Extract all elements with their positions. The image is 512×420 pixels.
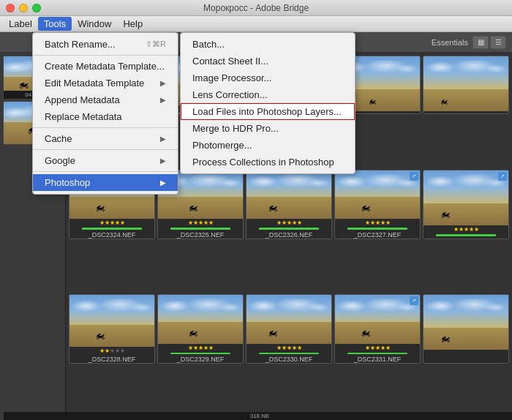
menu-item-photoshop[interactable]: Photoshop ▶ — [33, 174, 178, 191]
thumb-label: _DSC2331.NEF — [335, 355, 420, 363]
close-button[interactable] — [6, 4, 15, 12]
submenu-arrow: ▶ — [160, 157, 166, 165]
table-row[interactable]: 🏍 ★★★★★ _DSC2328.NEF — [69, 294, 155, 364]
green-bar — [259, 228, 318, 230]
grid-view-button[interactable]: ▦ — [473, 36, 489, 49]
ps-menu-item-contact-sheet[interactable]: Contact Sheet II... — [181, 53, 355, 70]
menu-item-edit-metadata[interactable]: Edit Metadata Template ▶ — [33, 75, 178, 91]
table-row[interactable]: 🏍 ↗ ★★★★★ — [423, 170, 509, 239]
menu-item-create-metadata[interactable]: Create Metadata Template... — [33, 58, 178, 75]
menu-tools[interactable]: Tools — [38, 17, 72, 31]
thumb-label: _DSC2329.NEF — [158, 355, 243, 363]
minimize-button[interactable] — [19, 4, 28, 12]
title-bar: Морокросс - Adobe Bridge — [0, 0, 512, 16]
window-controls — [6, 4, 41, 12]
table-row[interactable]: 🏍 — [423, 56, 509, 114]
menu-item-cache[interactable]: Cache ▶ — [33, 130, 178, 147]
divider — [33, 149, 178, 150]
star-rating: ★★★★★ — [69, 219, 154, 227]
thumb-label: _DSC2324.NEF — [69, 230, 154, 239]
ps-menu-item-load-files[interactable]: Load Files into Photoshop Layers... — [181, 103, 355, 120]
submenu-arrow: ▶ — [160, 79, 166, 87]
table-row[interactable]: 🏍 ↗ ★★★★★ _DSC2327.NEF — [334, 170, 421, 239]
table-row[interactable]: 🏍 ↗ ★★★★★ _DSC2331.NEF — [334, 294, 421, 364]
ps-menu-item-process-collections[interactable]: Process Collections in Photoshop — [181, 154, 355, 170]
thumb-label — [423, 350, 508, 351]
green-bar — [347, 353, 407, 355]
list-view-button[interactable]: ☰ — [490, 36, 506, 49]
submenu-arrow: ▶ — [160, 96, 166, 104]
menu-item-google[interactable]: Google ▶ — [33, 152, 178, 169]
badge-icon: ↗ — [410, 172, 418, 181]
ps-menu-item-batch[interactable]: Batch... — [181, 36, 355, 53]
star-rating: ★★★★★ — [335, 344, 420, 352]
ps-menu-item-image-processor[interactable]: Image Processor... — [181, 70, 355, 86]
badge-icon: ↗ — [410, 296, 418, 305]
badge-icon: ↗ — [498, 172, 507, 181]
star-rating: ★★★★★ — [69, 347, 154, 355]
divider — [33, 127, 178, 128]
ps-menu-item-lens-correction[interactable]: Lens Correction... — [181, 86, 355, 103]
divider — [33, 55, 178, 56]
thumb-label: _DSC2325.NEF — [158, 230, 243, 239]
thumb-label — [423, 237, 508, 239]
menu-item-append-metadata[interactable]: Append Metadata ▶ — [33, 91, 178, 108]
star-rating: ★★★★★ — [158, 219, 243, 227]
green-bar — [82, 228, 141, 230]
thumb-label — [423, 111, 508, 113]
tools-menu: Batch Rename... ⇧⌘R Create Metadata Temp… — [32, 32, 178, 195]
star-rating: ★★★★★ — [335, 219, 420, 227]
window-title: Морокросс - Adobe Bridge — [203, 3, 309, 13]
table-row[interactable]: 🏍 ★★★★★ _DSC2326.NEF — [246, 170, 332, 239]
star-rating: ★★★★★ — [423, 225, 508, 233]
green-bar — [259, 353, 318, 355]
ps-menu-item-merge-hdr[interactable]: Merge to HDR Pro... — [181, 120, 355, 137]
table-row[interactable]: 🏍 ★★★★★ _DSC2330.NEF — [246, 294, 332, 364]
menu-help[interactable]: Help — [117, 17, 148, 31]
thumb-label: _DSC2326.NEF — [246, 230, 331, 239]
green-bar — [170, 228, 230, 230]
thumb-label: _DSC2327.NEF — [335, 230, 420, 239]
table-row[interactable]: 🏍 — [423, 294, 509, 364]
menu-item-replace-metadata[interactable]: Replace Metadata — [33, 108, 178, 125]
maximize-button[interactable] — [32, 4, 41, 12]
submenu-arrow: ▶ — [160, 135, 166, 143]
star-rating: ★★★★★ — [158, 344, 243, 352]
divider — [33, 171, 178, 172]
thumb-label: _DSC2330.NEF — [246, 355, 331, 363]
green-bar — [170, 353, 230, 355]
table-row[interactable]: 🏍 ★★★★★ _DSC2329.NEF — [157, 294, 244, 364]
green-bar — [347, 228, 407, 230]
essentials-label: Essentials — [432, 38, 468, 47]
menu-window[interactable]: Window — [72, 17, 117, 31]
star-rating: ★★★★★ — [246, 219, 331, 227]
photoshop-submenu: Batch... Contact Sheet II... Image Proce… — [180, 32, 355, 174]
menu-label[interactable]: Label — [3, 17, 38, 31]
star-rating: ★★★★★ — [246, 344, 331, 352]
ps-menu-item-photomerge[interactable]: Photomerge... — [181, 137, 355, 154]
submenu-arrow: ▶ — [160, 179, 166, 187]
menu-bar: Label Tools Window Help — [0, 16, 512, 32]
menu-item-batch-rename[interactable]: Batch Rename... ⇧⌘R — [33, 36, 178, 53]
green-bar — [436, 234, 495, 236]
view-buttons: ▦ ☰ — [473, 36, 506, 49]
thumb-label: _DSC2328.NEF — [69, 355, 154, 363]
